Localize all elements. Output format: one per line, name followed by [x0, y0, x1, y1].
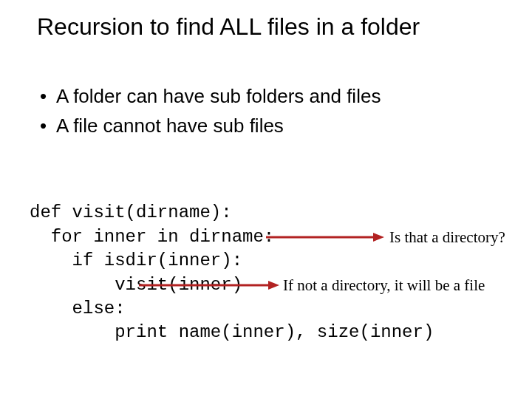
bullet-dot-icon: •	[40, 81, 56, 111]
code-line: def visit(dirname):	[30, 202, 232, 222]
bullet-item: • A file cannot have sub files	[40, 111, 502, 140]
slide-title: Recursion to find ALL files in a folder	[37, 13, 502, 41]
annotation-is-dir: Is that a directory?	[389, 228, 505, 247]
code-line: if isdir(inner):	[30, 250, 242, 270]
slide: Recursion to find ALL files in a folder …	[0, 0, 532, 399]
bullet-text: A file cannot have sub files	[56, 111, 284, 140]
arrow-icon	[139, 280, 279, 290]
code-line: print name(inner), size(inner)	[30, 322, 434, 342]
bullet-list: • A folder can have sub folders and file…	[40, 81, 502, 141]
code-block: def visit(dirname): for inner in dirname…	[30, 177, 434, 369]
bullet-item: • A folder can have sub folders and file…	[40, 81, 502, 111]
arrow-icon	[266, 232, 384, 242]
code-line: for inner in dirname:	[30, 227, 274, 247]
svg-marker-1	[373, 233, 384, 242]
svg-marker-3	[268, 281, 279, 290]
code-line: else:	[30, 299, 126, 318]
annotation-else: If not a directory, it will be a file	[283, 276, 485, 295]
bullet-dot-icon: •	[40, 111, 56, 140]
bullet-text: A folder can have sub folders and files	[56, 81, 381, 111]
